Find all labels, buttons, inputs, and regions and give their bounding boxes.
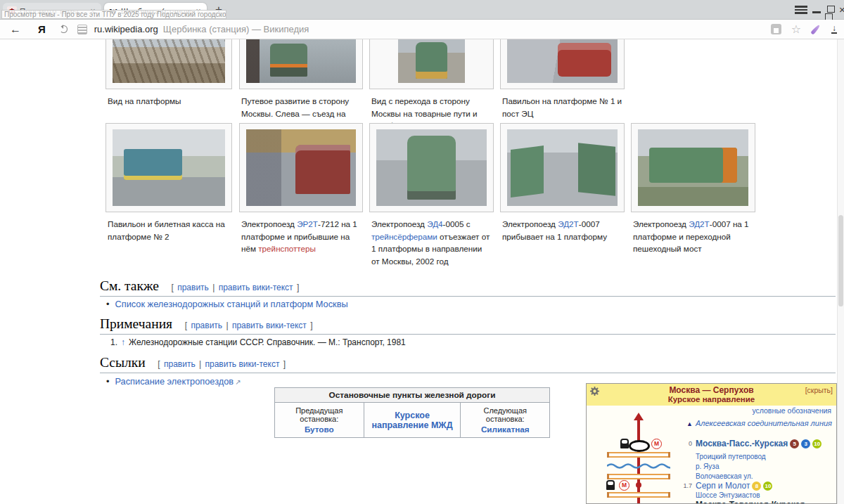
route-row: Москва-Товарная-Курская xyxy=(678,500,805,504)
edit-wikitext-link[interactable]: править вики-текст xyxy=(219,283,293,292)
river-link[interactable]: р. Яуза xyxy=(696,463,720,470)
scrollbar-thumb[interactable] xyxy=(838,215,843,306)
restore-button[interactable] xyxy=(825,4,834,15)
collections-icon[interactable] xyxy=(771,24,781,34)
edit-wikitext-link[interactable]: править вики-текст xyxy=(205,359,279,369)
zen-feather-icon[interactable] xyxy=(810,24,820,34)
edit-section-links: [ править | править вики-текст ] xyxy=(156,359,287,369)
locomotive-photo[interactable] xyxy=(246,39,356,83)
thumbnail-box[interactable] xyxy=(239,123,363,212)
thumbnail-box[interactable] xyxy=(500,123,625,212)
gallery-caption: Павильон и билетная касса на платформе №… xyxy=(106,218,232,243)
thumbnail-box[interactable] xyxy=(369,123,494,212)
hide-link[interactable]: [скрыть] xyxy=(805,386,833,394)
gallery-caption: Электропоезд ЭД4-0005 с трейнсёрферами о… xyxy=(369,218,494,267)
street-link[interactable]: Волочаевская ул. xyxy=(696,472,753,480)
gear-icon[interactable] xyxy=(590,387,599,396)
thumbnail-box[interactable] xyxy=(106,39,232,89)
caption-link[interactable]: ЭД2Т xyxy=(689,219,710,228)
station-link[interactable]: Серп и Молот xyxy=(696,481,750,491)
address-page-title[interactable]: Щербинка (станция) — Википедия xyxy=(163,24,309,34)
wikipedia-article: Вид на платформы Путевое развитие в стор… xyxy=(0,39,844,504)
gallery-item: Павильон и билетная касса на платформе №… xyxy=(106,123,232,243)
caption-link[interactable]: ЭР2Т xyxy=(297,219,318,228)
caption-link[interactable]: ЭД2Т xyxy=(558,219,579,228)
address-host[interactable]: ru.wikipedia.org xyxy=(94,24,158,34)
pavilion-photo[interactable] xyxy=(507,39,618,83)
route-box-header: Москва — Серпухов Курское направление [с… xyxy=(587,384,836,406)
pipe: | xyxy=(212,283,215,292)
next-stop-cell: Следующая остановка: Силикатная xyxy=(460,403,549,437)
address-toolbar: ← Я ru.wikipedia.org Щербинка (станция) … xyxy=(0,20,844,39)
platform-photo[interactable] xyxy=(113,39,225,83)
next-stop-link[interactable]: Силикатная xyxy=(465,425,545,434)
edit-wikitext-link[interactable]: править вики-текст xyxy=(232,321,307,330)
menu-icon[interactable] xyxy=(795,4,807,15)
line-link[interactable]: Курское направление МЖД xyxy=(369,411,456,430)
railway-line xyxy=(637,420,640,503)
gallery-caption: Электропоезд ЭД2Т-0007 прибывает на 1 пл… xyxy=(500,218,625,243)
branch-line-row: ▲Алексеевская соединительная линия xyxy=(686,419,832,427)
caption-link[interactable]: ЭД4 xyxy=(427,219,442,228)
external-link-icon: ↗ xyxy=(235,378,241,386)
route-diagram-box: Москва — Серпухов Курское направление [с… xyxy=(586,383,837,504)
minimize-button[interactable] xyxy=(812,4,821,15)
download-icon[interactable]: ↓ xyxy=(831,25,837,34)
list-item: •Список железнодорожных станций и платфо… xyxy=(106,299,348,309)
train-icon xyxy=(606,480,615,490)
thumbnail-box[interactable] xyxy=(500,39,625,89)
er2t-train-photo[interactable] xyxy=(246,129,356,206)
list-item: •Расписание электропоездов↗ xyxy=(106,376,241,387)
bracket: [ xyxy=(171,283,173,292)
reference-backlink[interactable]: ↑ xyxy=(121,337,125,347)
caption-link[interactable]: трейнсёрферами xyxy=(371,232,437,241)
back-button[interactable]: ← xyxy=(10,23,21,36)
line-cell: Курское направление МЖД xyxy=(364,403,461,437)
overpass-link[interactable]: Троицкий путепровод xyxy=(696,453,766,460)
metro-line-badge: 10 xyxy=(763,482,772,491)
ed2t-arrival-photo[interactable] xyxy=(507,129,618,206)
pipe: | xyxy=(226,321,228,330)
metro-line-badges: 5310 xyxy=(788,438,821,448)
edit-link[interactable]: править xyxy=(191,321,222,330)
thumbnail-box[interactable] xyxy=(631,123,755,212)
gallery-item: Путевое развитие в сторону Москвы. Слева… xyxy=(239,39,363,132)
edit-link[interactable]: править xyxy=(177,283,209,292)
list-bullet: • xyxy=(106,299,109,309)
highway-link[interactable]: Шоссе Энтузиастов xyxy=(696,491,760,499)
edit-section-links: [ править | править вики-текст ] xyxy=(170,283,300,292)
previous-stop-label: Предыдущая остановка: xyxy=(295,406,343,423)
train-front-photo[interactable] xyxy=(398,39,465,83)
gallery-caption: Павильон на платформе № 1 и пост ЭЦ xyxy=(500,95,625,119)
reference-number: 1. xyxy=(110,337,117,347)
bracket: ] xyxy=(283,359,286,369)
route-row: Шоссе Энтузиастов xyxy=(678,491,760,499)
route-row: Троицкий путепровод xyxy=(678,453,766,460)
stations-list-link[interactable]: Список железнодорожных станций и платфор… xyxy=(115,299,347,309)
ed2t-bridge-photo[interactable] xyxy=(638,129,748,206)
close-window-button[interactable]: × xyxy=(839,4,844,15)
section-heading: Примечания xyxy=(100,316,172,331)
caption-link[interactable]: трейнспоттеры xyxy=(258,244,316,253)
bookmark-star-icon[interactable]: ☆ xyxy=(791,22,801,36)
thumbnail-box[interactable] xyxy=(369,39,494,89)
gallery-caption: Вид на платформы xyxy=(106,95,232,108)
pavilion-cash-photo[interactable] xyxy=(113,129,225,206)
station-link[interactable]: Москва-Товарная-Курская xyxy=(696,500,805,504)
legend-link[interactable]: условные обозначения xyxy=(752,406,831,415)
schedule-link[interactable]: Расписание электропоездов xyxy=(115,376,234,387)
ed4-train-photo[interactable] xyxy=(376,129,487,206)
refresh-icon[interactable] xyxy=(60,25,68,33)
reference-item: 1.↑Железнодорожные станции СССР. Справоч… xyxy=(110,337,406,347)
gallery-item: Электропоезд ЭД4-0005 с трейнсёрферами о… xyxy=(369,123,494,267)
thumbnail-box[interactable] xyxy=(106,123,232,212)
branch-line-link[interactable]: Алексеевская соединительная линия xyxy=(696,419,832,427)
thumbnail-box[interactable] xyxy=(239,39,363,89)
scrollbar[interactable] xyxy=(837,39,844,504)
edit-link[interactable]: править xyxy=(164,359,196,369)
site-info-icon[interactable] xyxy=(77,25,87,34)
yandex-logo-icon[interactable]: Я xyxy=(38,23,46,35)
stop-dot-icon xyxy=(636,482,641,488)
station-link[interactable]: Москва-Пасс.-Курская xyxy=(696,439,788,448)
previous-stop-link[interactable]: Бутово xyxy=(279,425,359,434)
